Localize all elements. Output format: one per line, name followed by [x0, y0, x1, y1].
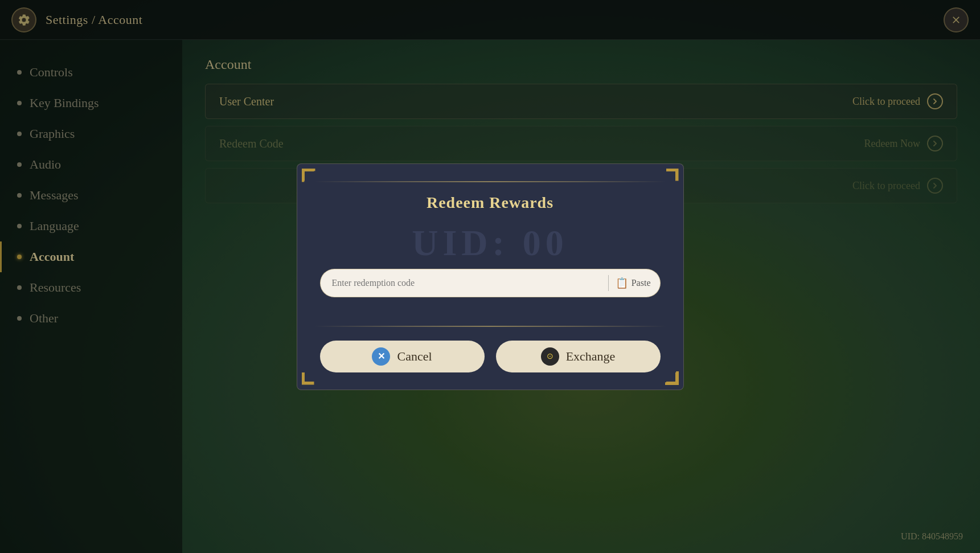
exchange-icon: ⊙	[541, 347, 559, 366]
corner-br-ornament	[666, 372, 679, 385]
input-wrapper: 📋 Paste	[320, 269, 661, 297]
cancel-icon: ✕	[372, 347, 390, 366]
paste-icon: 📋	[616, 277, 628, 289]
modal-spacer	[297, 309, 683, 326]
corner-tl-ornament	[302, 169, 314, 181]
corner-tr-ornament	[666, 169, 679, 181]
modal-title: Redeem Rewards	[297, 182, 683, 218]
paste-button[interactable]: 📋 Paste	[611, 277, 660, 289]
modal-buttons: ✕ Cancel ⊙ Exchange	[297, 341, 683, 372]
modal-input-area: 📋 Paste	[297, 269, 683, 309]
exchange-button[interactable]: ⊙ Exchange	[496, 341, 661, 372]
modal-watermark: UID: 00	[297, 218, 683, 269]
redemption-code-input[interactable]	[321, 278, 606, 288]
redeem-rewards-modal: Redeem Rewards UID: 00 📋 Paste ✕ Cancel	[297, 163, 684, 390]
input-divider	[608, 275, 609, 291]
corner-bl-ornament	[302, 372, 314, 385]
modal-bottom-line	[314, 326, 666, 327]
modal-overlay: Redeem Rewards UID: 00 📋 Paste ✕ Cancel	[0, 0, 980, 553]
cancel-button[interactable]: ✕ Cancel	[320, 341, 485, 372]
